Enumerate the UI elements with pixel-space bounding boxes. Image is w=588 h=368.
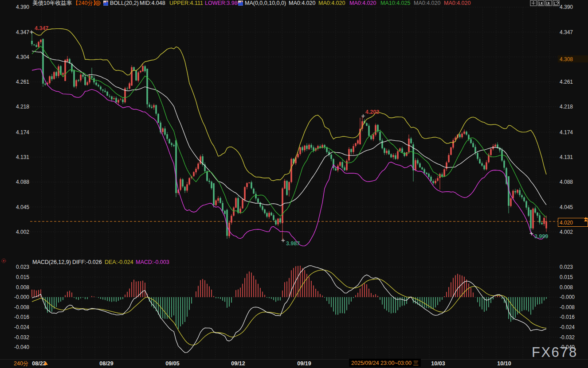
svg-text:【240分】: 【240分】 — [73, 0, 98, 6]
svg-text:4.218: 4.218 — [560, 104, 573, 110]
svg-text:-0.008: -0.008 — [14, 304, 29, 310]
svg-text:4.131: 4.131 — [16, 154, 29, 160]
svg-text:09/12: 09/12 — [231, 360, 245, 367]
svg-text:4.020: 4.020 — [560, 220, 573, 226]
svg-text:-0.024: -0.024 — [560, 324, 575, 330]
svg-text:240分: 240分 — [14, 360, 28, 367]
svg-text:4.308: 4.308 — [560, 56, 573, 62]
svg-text:4.347: 4.347 — [35, 25, 48, 31]
svg-text:3.987: 3.987 — [286, 240, 300, 247]
svg-text:3.999: 3.999 — [534, 233, 548, 240]
svg-text:UPPER:4.111: UPPER:4.111 — [169, 0, 203, 6]
svg-text:MA0:4.020: MA0:4.020 — [289, 0, 316, 6]
svg-text:DIFF:-0.026: DIFF:-0.026 — [72, 259, 102, 265]
svg-text:09/19: 09/19 — [297, 360, 311, 367]
svg-text:-0.008: -0.008 — [560, 304, 575, 310]
svg-text:-0.016: -0.016 — [14, 314, 29, 320]
svg-text:-0.024: -0.024 — [14, 324, 29, 330]
svg-text:4.088: 4.088 — [16, 179, 29, 185]
svg-text:美债10年收益率: 美债10年收益率 — [32, 0, 72, 6]
svg-text:4.261: 4.261 — [560, 79, 573, 85]
svg-text:4.088: 4.088 — [560, 179, 573, 185]
svg-text:0.023: 0.023 — [16, 264, 29, 270]
svg-text:4.218: 4.218 — [16, 104, 29, 110]
svg-text:4.347: 4.347 — [16, 29, 29, 35]
svg-text:BOLL(20,2): BOLL(20,2) — [110, 0, 139, 6]
svg-text:08/29: 08/29 — [99, 360, 113, 367]
svg-text:08/22: 08/22 — [32, 360, 46, 367]
svg-text:0.008: 0.008 — [560, 284, 573, 291]
svg-text:-0.000: -0.000 — [560, 294, 575, 300]
svg-text:MA0:4.020: MA0:4.020 — [414, 0, 441, 6]
svg-text:2025/09/24 23:00~03:00 三: 2025/09/24 23:00~03:00 三 — [351, 360, 419, 366]
svg-text:4.045: 4.045 — [16, 204, 29, 210]
svg-text:0.015: 0.015 — [16, 274, 29, 280]
svg-text:4.131: 4.131 — [560, 154, 573, 160]
svg-text:FX678: FX678 — [532, 345, 578, 360]
svg-text:09/05: 09/05 — [165, 360, 179, 367]
svg-text:4.390: 4.390 — [16, 4, 29, 10]
svg-text:-0.032: -0.032 — [560, 334, 575, 341]
svg-text:10/03: 10/03 — [431, 360, 445, 367]
svg-text:-0.016: -0.016 — [560, 314, 575, 320]
svg-text:4.202: 4.202 — [365, 109, 379, 115]
svg-text:4.304: 4.304 — [16, 54, 29, 60]
svg-text:4.261: 4.261 — [16, 79, 29, 85]
svg-text:MACD:-0.003: MACD:-0.003 — [136, 259, 169, 265]
svg-text:MA10:4.025: MA10:4.025 — [380, 0, 410, 6]
svg-text:MA0:4.020: MA0:4.020 — [349, 0, 376, 6]
svg-text:0.015: 0.015 — [560, 274, 573, 280]
svg-text:MID:4.048: MID:4.048 — [140, 0, 165, 6]
svg-text:MACD(26,12,9): MACD(26,12,9) — [32, 259, 71, 265]
svg-text:MA0:4.020: MA0:4.020 — [444, 0, 471, 6]
svg-text:4.390: 4.390 — [560, 4, 573, 10]
svg-text:0.008: 0.008 — [16, 284, 29, 291]
svg-text:4.174: 4.174 — [560, 129, 573, 136]
svg-text:4.347: 4.347 — [560, 29, 573, 35]
svg-text:4.002: 4.002 — [560, 229, 573, 235]
svg-text:MA0:4.020: MA0:4.020 — [318, 0, 345, 6]
svg-text:-0.040: -0.040 — [14, 344, 29, 350]
svg-text:DEA:-0.024: DEA:-0.024 — [105, 259, 133, 265]
svg-text:MA(0,0,0,10,0,0): MA(0,0,0,10,0,0) — [245, 0, 286, 6]
svg-text:4.002: 4.002 — [16, 229, 29, 235]
svg-text:4.045: 4.045 — [560, 204, 573, 210]
svg-text:0.023: 0.023 — [560, 264, 573, 270]
svg-text:LOWER:3.986: LOWER:3.986 — [205, 0, 241, 6]
svg-text:10/10: 10/10 — [497, 360, 511, 367]
svg-text:-0.032: -0.032 — [14, 334, 29, 341]
svg-text:-0.000: -0.000 — [14, 294, 29, 300]
svg-text:4.174: 4.174 — [16, 129, 29, 136]
